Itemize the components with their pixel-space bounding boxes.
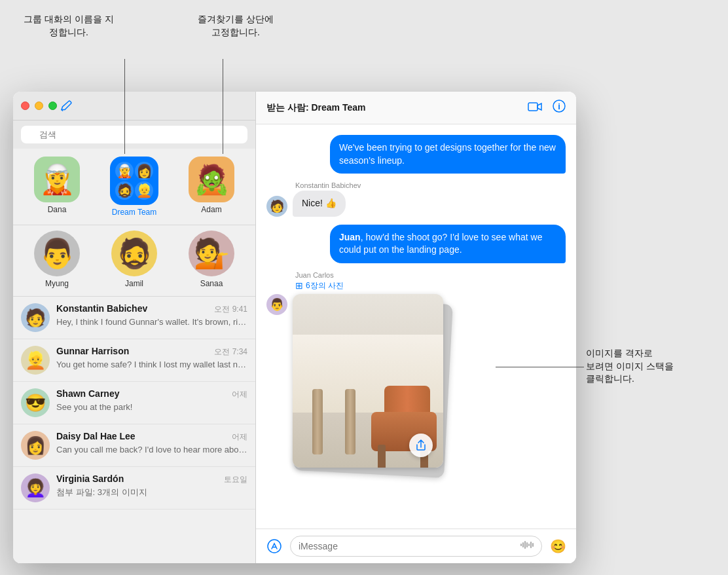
annotation-line-image: [496, 367, 584, 367]
minimize-button[interactable]: [35, 102, 43, 110]
pinned-item-dana[interactable]: 🧝 Dana: [18, 157, 96, 217]
convo-content: Shawn Carney 어제 See you at the park!: [56, 388, 247, 413]
chat-header-label: 받는 사람:: [266, 102, 309, 113]
message-with-avatar: 🧑 Nice! 👍: [266, 191, 346, 217]
search-input[interactable]: [21, 126, 247, 143]
svg-rect-9: [530, 542, 532, 548]
conversation-item[interactable]: 👱 Gunnar Harrison 오전 7:34 You get home s…: [13, 339, 255, 382]
search-wrapper: 🔍: [21, 126, 247, 143]
convo-content: Konstantin Babichev 오전 9:41 Hey, I think…: [56, 303, 247, 328]
svg-rect-7: [526, 542, 528, 547]
convo-name: Konstantin Babichev: [56, 303, 147, 314]
message-bubble: Nice! 👍: [293, 191, 346, 217]
convo-content: Gunnar Harrison 오전 7:34 You get home saf…: [56, 346, 247, 371]
chair: [365, 386, 443, 468]
convo-time: 오전 7:34: [214, 346, 247, 358]
message-input[interactable]: [299, 541, 515, 551]
pinned-name-dana: Dana: [48, 205, 67, 214]
convo-content: Daisy Dal Hae Lee 어제 Can you call me bac…: [56, 431, 247, 456]
pinned-item-myung[interactable]: 👨 Myung: [18, 231, 96, 288]
close-button[interactable]: [21, 102, 29, 110]
audio-waveform-icon: [520, 540, 534, 552]
svg-rect-5: [522, 542, 524, 547]
convo-header: Gunnar Harrison 오전 7:34: [56, 346, 247, 358]
pinned-name-jamil: Jamil: [125, 279, 143, 288]
table-leg-right: [345, 389, 355, 454]
chat-header-actions: i: [528, 100, 566, 116]
chat-header-title: 받는 사람: Dream Team: [266, 102, 365, 114]
chat-area: 받는 사람: Dream Team i: [255, 92, 576, 563]
photo-label: ⊞ 6장의 사진: [295, 280, 566, 291]
photo-card-front: [293, 294, 443, 468]
group-name-annotation: 그룹 대화의 이름을 지정합니다.: [20, 13, 118, 39]
svg-text:i: i: [558, 102, 560, 111]
convo-header: Konstantin Babichev 오전 9:41: [56, 303, 247, 315]
message-bubble: We've been trying to get designs togethe…: [330, 135, 566, 174]
table-leg-left: [312, 389, 323, 454]
convo-header: Daisy Dal Hae Lee 어제: [56, 431, 247, 443]
convo-time: 토요일: [224, 474, 247, 485]
convo-name: Virginia Sardón: [56, 473, 124, 484]
svg-point-3: [268, 540, 281, 553]
conversation-item[interactable]: 👩‍🦱 Virginia Sardón 토요일 첨부 파일: 3개의 이미지: [13, 467, 255, 510]
photo-count-label: 6장의 사진: [306, 280, 344, 291]
message-sender: Konstantin Babichev: [295, 181, 361, 189]
photo-section: Juan Carlos ⊞ 6장의 사진 👨: [266, 271, 566, 477]
convo-preview: See you at the park!: [56, 401, 247, 413]
annotation-line-group: [124, 59, 125, 154]
pinned-name-adam: Adam: [201, 205, 221, 214]
conversation-item[interactable]: 😎 Shawn Carney 어제 See you at the park!: [13, 382, 255, 424]
pinned-item-dream-team[interactable]: 🧝 👩 🧔 👱 Dream Team: [96, 157, 173, 217]
convo-header: Shawn Carney 어제: [56, 388, 247, 400]
share-button[interactable]: [409, 434, 433, 457]
pinned-name-sanaa: Sanaa: [200, 279, 223, 288]
image-stack-annotation: 이미지를 격자로보려면 이미지 스택을클릭합니다.: [586, 347, 697, 386]
convo-time: 어제: [232, 389, 247, 400]
pin-annotation: 즐겨찾기를 상단에고정합니다.: [190, 13, 282, 39]
message-row-sent: We've been trying to get designs togethe…: [266, 135, 566, 174]
svg-rect-8: [528, 544, 530, 546]
photo-stack[interactable]: [293, 294, 450, 477]
convo-name: Daisy Dal Hae Lee: [56, 431, 136, 441]
pinned-item-adam[interactable]: 🧟 Adam: [173, 157, 250, 217]
message-input-wrapper: [290, 536, 542, 557]
svg-rect-4: [520, 544, 522, 546]
convo-time: 오전 9:41: [214, 304, 247, 315]
photo-with-avatar: 👨: [266, 294, 566, 477]
traffic-lights: [21, 102, 57, 110]
photo-sender: Juan Carlos: [295, 271, 566, 279]
pinned-item-sanaa[interactable]: 💁 Sanaa: [173, 231, 250, 288]
conversation-item[interactable]: 👩 Daisy Dal Hae Lee 어제 Can you call me b…: [13, 424, 255, 467]
video-call-icon[interactable]: [528, 100, 542, 115]
convo-preview: 첨부 파일: 3개의 이미지: [56, 487, 247, 498]
app-store-button[interactable]: [264, 536, 285, 557]
photo-sender-avatar: 👨: [266, 294, 287, 315]
maximize-button[interactable]: [48, 102, 57, 110]
pinned-item-jamil[interactable]: 🧔 Jamil: [96, 231, 173, 288]
convo-preview: Hey, I think I found Gunnar's wallet. It…: [56, 316, 247, 328]
message-bubble: Juan, how'd the shoot go? I'd love to se…: [330, 225, 566, 263]
convo-name: Gunnar Harrison: [56, 346, 129, 356]
convo-name: Shawn Carney: [56, 388, 119, 399]
chair-leg1: [378, 445, 386, 468]
emoji-button[interactable]: 😊: [547, 536, 568, 557]
message-row-received: Konstantin Babichev 🧑 Nice! 👍: [266, 181, 566, 217]
svg-rect-10: [532, 543, 534, 547]
chat-header: 받는 사람: Dream Team i: [256, 92, 576, 124]
svg-rect-0: [528, 103, 537, 111]
chat-messages: We've been trying to get designs togethe…: [256, 124, 576, 529]
convo-preview: You get home safe? I think I lost my wal…: [56, 359, 247, 371]
pinned-name-dream-team: Dream Team: [112, 208, 156, 217]
convo-header: Virginia Sardón 토요일: [56, 473, 247, 485]
convo-time: 어제: [232, 432, 247, 443]
app-content: 🔍 🧝 Dana 🧝 👩: [13, 92, 576, 563]
conversation-item[interactable]: 🧑 Konstantin Babichev 오전 9:41 Hey, I thi…: [13, 297, 255, 339]
pinned-favorites-row2: 👨 Myung 🧔 Jamil 💁 Sanaa: [13, 225, 255, 297]
svg-rect-6: [524, 541, 526, 549]
search-bar: 🔍: [13, 121, 255, 149]
info-icon[interactable]: i: [553, 100, 566, 116]
message-highlight: Juan: [339, 232, 361, 242]
annotation-line-pin: [223, 59, 223, 154]
convo-content: Virginia Sardón 토요일 첨부 파일: 3개의 이미지: [56, 473, 247, 498]
compose-button[interactable]: [57, 97, 75, 115]
